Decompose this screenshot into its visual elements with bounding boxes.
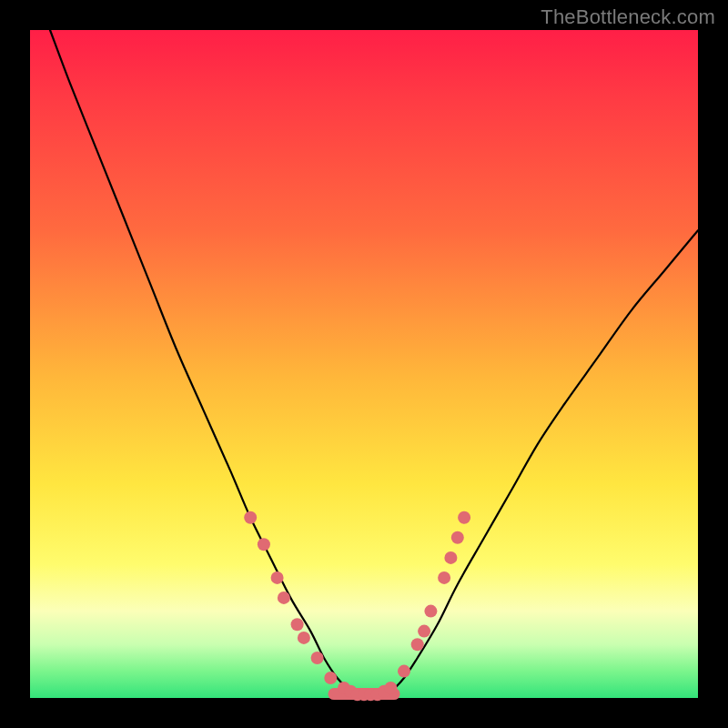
highlight-dot (418, 625, 430, 638)
chart-frame: TheBottleneck.com (0, 0, 728, 728)
highlight-dot (278, 592, 290, 604)
highlight-dot (244, 511, 257, 524)
highlight-dot (451, 531, 464, 544)
highlight-dot (444, 551, 457, 564)
plot-area (30, 30, 698, 698)
highlight-dot (271, 571, 284, 584)
highlight-dot (398, 665, 410, 678)
highlight-dot (311, 652, 324, 664)
highlight-dot (458, 511, 470, 524)
highlight-dot (411, 638, 424, 651)
highlight-dot (298, 632, 310, 644)
highlight-dot (424, 605, 437, 618)
highlight-dot (324, 672, 337, 684)
watermark-text: TheBottleneck.com (541, 5, 715, 29)
highlight-dot (258, 538, 270, 551)
curve-svg (30, 30, 698, 698)
highlight-dot (384, 682, 397, 694)
bottleneck-curve (50, 30, 698, 699)
highlight-dot (438, 571, 450, 584)
highlight-dot (291, 618, 304, 631)
